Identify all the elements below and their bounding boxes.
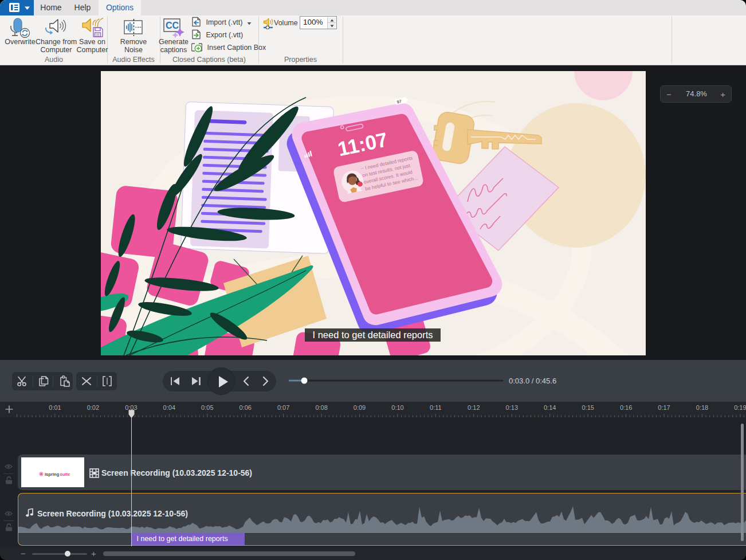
svg-text:ispring: ispring — [45, 472, 60, 477]
svg-text:suite: suite — [60, 472, 70, 477]
svg-text:CC: CC — [166, 21, 179, 30]
